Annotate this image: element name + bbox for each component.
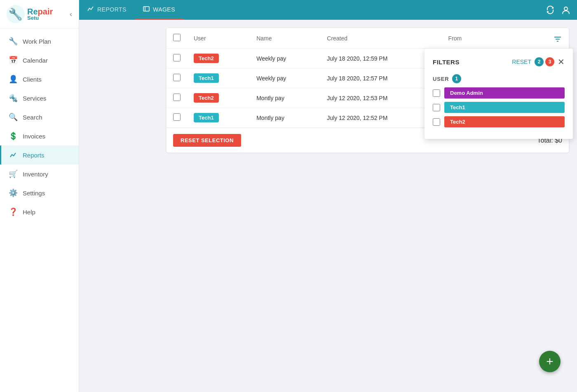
sidebar-item-inventory[interactable]: 🛒 Inventory bbox=[0, 164, 79, 183]
filter-option-0[interactable]: Demo Admin bbox=[433, 87, 565, 99]
filter-checkbox-0[interactable] bbox=[433, 89, 440, 97]
col-user: User bbox=[187, 28, 250, 49]
svg-rect-2 bbox=[143, 7, 149, 11]
wages-tab-icon bbox=[143, 5, 150, 14]
collapse-sidebar-button[interactable]: ‹ bbox=[70, 10, 72, 19]
filter-panel-header: FILTERS RESET 2 3 ✕ bbox=[433, 57, 565, 67]
reset-selection-button[interactable]: RESET SELECTION bbox=[173, 134, 241, 147]
filter-label-0: Demo Admin bbox=[444, 87, 565, 99]
user-badge-3: Tech1 bbox=[194, 113, 219, 122]
filters-label: FILTERS bbox=[433, 59, 512, 66]
cell-name-0: Weekly pay bbox=[250, 49, 320, 68]
sidebar: 🔧 Repair Setu ‹ 🔧 Work Plan 📅 Calendar 👤… bbox=[0, 0, 79, 392]
filter-badge-3: 3 bbox=[545, 57, 554, 66]
add-fab-button[interactable]: + bbox=[539, 351, 561, 372]
filter-user-section-title: USER 1 bbox=[433, 74, 565, 83]
help-icon: ❓ bbox=[9, 207, 18, 216]
reports-icon bbox=[9, 150, 18, 160]
row-checkbox-1[interactable] bbox=[173, 74, 181, 81]
user-button[interactable] bbox=[561, 5, 570, 14]
sidebar-item-invoices[interactable]: 💲 Invoices bbox=[0, 127, 79, 146]
svg-point-4 bbox=[564, 7, 568, 10]
filter-close-button[interactable]: ✕ bbox=[558, 57, 565, 67]
logo-text: Repair Setu bbox=[27, 7, 53, 21]
cell-created-2: July 12 2020, 12:53 PM bbox=[320, 88, 441, 108]
sidebar-item-search[interactable]: 🔍 Search bbox=[0, 108, 79, 127]
cell-created-3: July 12 2020, 12:52 PM bbox=[320, 108, 441, 128]
gear-icon: ⚙️ bbox=[9, 188, 18, 197]
col-created: Created bbox=[320, 28, 441, 49]
row-checkbox-3[interactable] bbox=[173, 113, 181, 121]
cell-name-2: Montly pay bbox=[250, 88, 320, 108]
sidebar-navigation: 🔧 Work Plan 📅 Calendar 👤 Clients 🔩 Servi… bbox=[0, 28, 79, 392]
filter-label-1: Tech1 bbox=[444, 102, 565, 113]
tab-wages[interactable]: WAGES bbox=[135, 0, 183, 20]
row-checkbox-2[interactable] bbox=[173, 94, 181, 101]
tab-reports[interactable]: REPORTS bbox=[79, 0, 135, 20]
work-plan-icon: 🔧 bbox=[9, 37, 18, 46]
services-icon: 🔩 bbox=[9, 94, 18, 103]
row-checkbox-0[interactable] bbox=[173, 54, 181, 61]
cell-created-0: July 18 2020, 12:59 PM bbox=[320, 49, 441, 68]
user-badge-1: Tech1 bbox=[194, 73, 219, 83]
topbar: REPORTS WAGES bbox=[79, 0, 577, 20]
col-name: Name bbox=[250, 28, 320, 49]
logo-area: 🔧 Repair Setu ‹ bbox=[0, 0, 79, 28]
user-badge-0: Tech2 bbox=[194, 54, 219, 63]
sidebar-item-work-plan[interactable]: 🔧 Work Plan bbox=[0, 32, 79, 51]
sidebar-item-services[interactable]: 🔩 Services bbox=[0, 89, 79, 108]
filter-panel: FILTERS RESET 2 3 ✕ USER 1 Demo Admin Te… bbox=[425, 49, 573, 139]
dollar-icon: 💲 bbox=[9, 131, 18, 141]
calendar-icon: 📅 bbox=[9, 56, 18, 65]
cell-created-1: July 18 2020, 12:57 PM bbox=[320, 68, 441, 88]
sidebar-item-clients[interactable]: 👤 Clients bbox=[0, 70, 79, 89]
filter-label-2: Tech2 bbox=[444, 116, 565, 127]
table-header-row: User Name Created From bbox=[167, 28, 569, 49]
filter-button[interactable] bbox=[553, 35, 562, 46]
sidebar-item-calendar[interactable]: 📅 Calendar bbox=[0, 51, 79, 70]
filter-badge-2: 2 bbox=[535, 57, 544, 66]
logo-icon: 🔧 bbox=[7, 5, 25, 23]
refresh-button[interactable] bbox=[546, 5, 555, 14]
filter-checkbox-2[interactable] bbox=[433, 118, 440, 126]
filter-options: Demo Admin Tech1 Tech2 bbox=[433, 87, 565, 127]
main-content: User Name Created From Tech2 Weekly pay … bbox=[158, 20, 577, 392]
sidebar-item-settings[interactable]: ⚙️ Settings bbox=[0, 183, 79, 202]
user-section-badge: 1 bbox=[452, 74, 461, 83]
cell-name-3: Montly pay bbox=[250, 108, 320, 128]
reports-tab-icon bbox=[87, 5, 94, 14]
svg-text:🔧: 🔧 bbox=[8, 7, 23, 21]
user-badge-2: Tech2 bbox=[194, 93, 219, 103]
topbar-actions bbox=[546, 5, 577, 14]
cell-name-1: Weekly pay bbox=[250, 68, 320, 88]
select-all-checkbox[interactable] bbox=[173, 34, 181, 41]
filter-reset-link[interactable]: RESET bbox=[512, 59, 531, 65]
inventory-icon: 🛒 bbox=[9, 169, 18, 178]
sidebar-item-reports[interactable]: Reports bbox=[0, 146, 79, 164]
person-icon: 👤 bbox=[9, 75, 18, 84]
sidebar-item-help[interactable]: ❓ Help bbox=[0, 202, 79, 221]
filter-option-1[interactable]: Tech1 bbox=[433, 102, 565, 113]
filter-option-2[interactable]: Tech2 bbox=[433, 116, 565, 127]
search-icon: 🔍 bbox=[9, 113, 18, 122]
col-from: From bbox=[442, 28, 569, 49]
filter-checkbox-1[interactable] bbox=[433, 104, 440, 111]
